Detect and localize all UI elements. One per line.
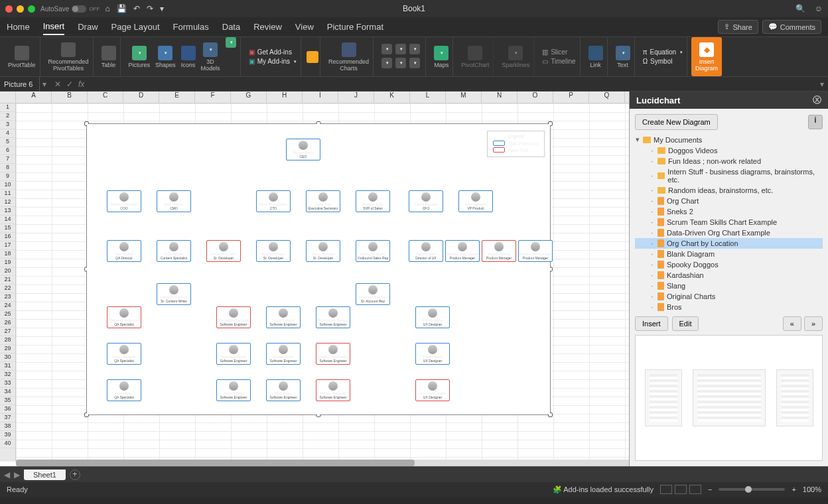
column-header[interactable]: Q <box>589 92 625 103</box>
3d-models-button[interactable]: 3D Models <box>201 42 220 72</box>
recommended-charts-button[interactable]: Recommended Charts <box>324 37 374 76</box>
cancel-formula-icon[interactable]: ✕ <box>54 80 61 89</box>
sheet-nav-prev-icon[interactable]: ◀ <box>4 470 10 479</box>
save-icon[interactable]: 💾 <box>117 4 127 13</box>
info-button[interactable]: i <box>808 115 823 129</box>
zoom-out-button[interactable]: − <box>708 485 712 493</box>
row-header[interactable]: 5 <box>0 138 15 147</box>
tree-item[interactable]: ·Random ideas, brainstorms, etc. <box>635 185 823 196</box>
ribbon-tab-insert[interactable]: Insert <box>43 19 65 35</box>
maps-button[interactable]: Maps <box>430 37 453 76</box>
row-header[interactable]: 38 <box>0 422 15 431</box>
select-all-corner[interactable] <box>0 92 16 103</box>
pivotchart-button[interactable]: PivotChart <box>457 37 494 76</box>
ribbon-tab-home[interactable]: Home <box>7 19 30 34</box>
row-header[interactable]: 21 <box>0 276 15 284</box>
row-header[interactable]: 28 <box>0 336 15 345</box>
row-header[interactable]: 36 <box>0 405 15 414</box>
text-button[interactable]: Text <box>612 37 635 76</box>
column-header[interactable]: K <box>374 92 410 103</box>
row-header[interactable]: 34 <box>0 388 15 397</box>
page-layout-view-button[interactable] <box>675 485 687 494</box>
close-window-button[interactable] <box>5 5 13 13</box>
statistic-chart-icon[interactable] <box>395 58 406 68</box>
scrollbar-thumb[interactable] <box>16 460 415 466</box>
ribbon-tab-page-layout[interactable]: Page Layout <box>111 19 160 34</box>
prev-page-button[interactable]: « <box>783 316 801 331</box>
horizontal-scrollbar[interactable] <box>16 460 629 466</box>
zoom-slider[interactable] <box>719 488 785 491</box>
row-header[interactable]: 35 <box>0 397 15 405</box>
name-box[interactable]: Picture 6 <box>0 77 40 91</box>
row-header[interactable]: 7 <box>0 155 15 164</box>
name-box-dropdown-icon[interactable]: ▾ <box>40 80 49 89</box>
zoom-in-button[interactable]: + <box>792 485 795 493</box>
tree-item[interactable]: ·Data-Driven Org Chart Example <box>635 227 823 238</box>
zoom-window-button[interactable] <box>28 5 35 13</box>
sparklines-button[interactable]: Sparklines <box>498 37 534 76</box>
row-header[interactable]: 30 <box>0 353 15 362</box>
close-panel-icon[interactable]: ⓧ <box>813 94 821 106</box>
preview-thumb[interactable] <box>776 369 813 426</box>
shapes-button[interactable]: Shapes <box>155 46 176 68</box>
row-header[interactable]: 18 <box>0 250 15 259</box>
row-header[interactable]: 24 <box>0 302 15 310</box>
smartart-button[interactable] <box>226 37 236 48</box>
row-header[interactable]: 8 <box>0 164 15 172</box>
row-header[interactable]: 9 <box>0 172 15 181</box>
collapse-icon[interactable]: ▾ <box>635 135 640 144</box>
tree-item[interactable]: ·Intern Stuff - business diagrams, brain… <box>635 166 823 185</box>
column-header[interactable]: E <box>159 92 195 103</box>
row-header[interactable]: 6 <box>0 147 15 155</box>
normal-view-button[interactable] <box>660 485 672 494</box>
hierarchy-chart-icon[interactable] <box>395 44 406 54</box>
sheet-tab[interactable]: Sheet1 <box>24 470 66 480</box>
tree-item[interactable]: ·Sneks 2 <box>635 206 823 217</box>
row-header[interactable]: 17 <box>0 241 15 250</box>
sheet-nav-next-icon[interactable]: ▶ <box>14 470 20 479</box>
home-icon[interactable]: ⌂ <box>105 4 109 13</box>
row-header[interactable]: 13 <box>0 207 15 216</box>
table-button[interactable]: Table <box>98 37 121 76</box>
timeline-button[interactable]: ▭ Timeline <box>542 58 575 65</box>
my-addins-button[interactable]: ▣ My Add-ins <box>249 58 297 65</box>
row-header[interactable]: 16 <box>0 233 15 241</box>
row-header[interactable]: 23 <box>0 293 15 302</box>
pictures-button[interactable]: Pictures <box>129 46 151 68</box>
insert-button[interactable]: Insert <box>635 316 668 331</box>
row-header[interactable]: 11 <box>0 190 15 198</box>
column-header[interactable]: L <box>410 92 446 103</box>
preview-thumb[interactable] <box>645 369 682 426</box>
row-header[interactable]: 39 <box>0 431 15 440</box>
tree-item[interactable]: ·Spooky Doggos <box>635 259 823 270</box>
tree-item[interactable]: ·Kardashian <box>635 270 823 281</box>
line-chart-icon[interactable] <box>381 58 392 68</box>
ribbon-tab-draw[interactable]: Draw <box>78 19 98 34</box>
tree-item[interactable]: ·Scrum Team Skills Chart Example <box>635 217 823 227</box>
column-header[interactable]: G <box>231 92 267 103</box>
get-addins-button[interactable]: ▣ Get Add-ins <box>249 48 292 56</box>
column-header[interactable]: H <box>267 92 303 103</box>
row-header[interactable]: 25 <box>0 310 15 319</box>
row-header[interactable]: 22 <box>0 284 15 293</box>
recommended-pivottables-button[interactable]: Recommended PivotTables <box>44 37 94 76</box>
worksheet-grid[interactable]: ABCDEFGHIJKLMNOPQ 1234567891011121314151… <box>0 92 629 466</box>
minimize-window-button[interactable] <box>17 5 24 13</box>
customize-qat-icon[interactable]: ▾ <box>160 4 164 13</box>
ribbon-tab-data[interactable]: Data <box>222 19 240 34</box>
tree-item[interactable]: ·Org Chart by Location <box>635 238 823 249</box>
row-header[interactable]: 20 <box>0 267 15 276</box>
row-header[interactable]: 32 <box>0 371 15 379</box>
row-header[interactable]: 33 <box>0 379 15 388</box>
row-header[interactable]: 27 <box>0 328 15 336</box>
share-button[interactable]: ⇪Share <box>718 20 758 34</box>
tree-item[interactable]: ·Original Charts <box>635 291 823 302</box>
insert-diagram-button[interactable]: ◆ Insert Diagram <box>691 37 722 76</box>
column-header[interactable]: I <box>303 92 338 103</box>
preview-thumb[interactable] <box>693 369 766 426</box>
bing-button[interactable] <box>305 37 320 76</box>
column-header[interactable]: D <box>123 92 159 103</box>
column-header[interactable]: M <box>446 92 482 103</box>
combo-chart-icon[interactable] <box>409 58 420 68</box>
slicer-button[interactable]: ▥ Slicer <box>542 48 567 56</box>
